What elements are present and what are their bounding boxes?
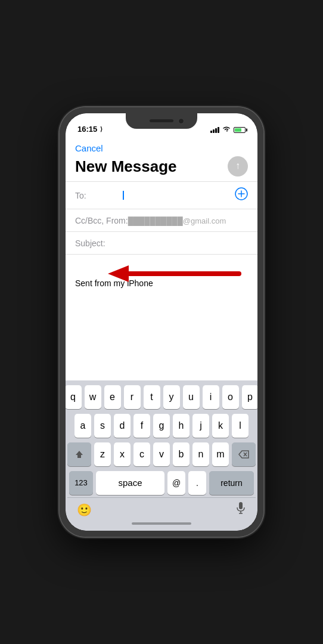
to-field-row: To: bbox=[66, 181, 257, 209]
key-h[interactable]: h bbox=[173, 414, 190, 438]
send-button[interactable]: ↑ bbox=[228, 156, 248, 177]
svg-marker-5 bbox=[76, 451, 83, 458]
cancel-button[interactable]: Cancel bbox=[75, 143, 103, 153]
key-y[interactable]: y bbox=[163, 385, 180, 409]
signal-icon bbox=[210, 127, 219, 133]
delete-key[interactable] bbox=[232, 442, 256, 466]
key-w[interactable]: w bbox=[85, 385, 101, 409]
keyboard-row-1: q w e r t y u i o p bbox=[67, 385, 256, 409]
battery-icon bbox=[234, 127, 246, 133]
key-v[interactable]: v bbox=[153, 442, 170, 466]
key-d[interactable]: d bbox=[114, 414, 131, 438]
key-o[interactable]: o bbox=[222, 385, 239, 409]
status-icons bbox=[210, 126, 246, 134]
key-at[interactable]: @ bbox=[167, 471, 185, 495]
compose-header: Cancel New Message ↑ bbox=[66, 137, 257, 181]
title-row: New Message ↑ bbox=[75, 156, 248, 177]
shift-key[interactable] bbox=[67, 442, 91, 466]
key-u[interactable]: u bbox=[183, 385, 200, 409]
notch bbox=[126, 113, 197, 129]
subject-input[interactable] bbox=[123, 239, 248, 248]
battery-fill bbox=[235, 128, 241, 132]
key-e[interactable]: e bbox=[104, 385, 121, 409]
key-g[interactable]: g bbox=[153, 414, 170, 438]
wifi-icon bbox=[222, 126, 231, 134]
keyboard-toolbar: 🙂 bbox=[67, 497, 256, 520]
key-t[interactable]: t bbox=[144, 385, 160, 409]
key-return[interactable]: return bbox=[209, 471, 254, 495]
key-q[interactable]: q bbox=[66, 385, 82, 409]
key-period[interactable]: . bbox=[188, 471, 206, 495]
cursor bbox=[123, 191, 124, 200]
key-s[interactable]: s bbox=[94, 414, 111, 438]
keyboard-bottom-row: 123 space @ . return bbox=[67, 471, 256, 495]
location-icon: ⟩ bbox=[100, 126, 103, 132]
key-m[interactable]: m bbox=[212, 442, 229, 466]
key-f[interactable]: f bbox=[133, 414, 150, 438]
cc-label: Cc/Bcc, From: bbox=[75, 216, 128, 225]
key-n[interactable]: n bbox=[192, 442, 209, 466]
key-numbers[interactable]: 123 bbox=[69, 471, 93, 495]
key-space[interactable]: space bbox=[96, 471, 164, 495]
speaker bbox=[150, 119, 173, 122]
cc-value: ██████████@gmail.com bbox=[128, 216, 248, 225]
key-k[interactable]: k bbox=[212, 414, 229, 438]
subject-label: Subject: bbox=[75, 239, 123, 248]
keyboard-row-3: z x c v b n m bbox=[67, 442, 256, 466]
key-p[interactable]: p bbox=[242, 385, 258, 409]
cc-field-row[interactable]: Cc/Bcc, From: ██████████@gmail.com bbox=[66, 209, 257, 231]
key-i[interactable]: i bbox=[203, 385, 219, 409]
subject-field-row[interactable]: Subject: bbox=[66, 231, 257, 254]
signature-text: Sent from my iPhone bbox=[75, 278, 248, 288]
keyboard: q w e r t y u i o p a s d f g h j k bbox=[66, 380, 257, 531]
camera bbox=[178, 118, 184, 124]
home-indicator bbox=[132, 522, 191, 525]
key-b[interactable]: b bbox=[173, 442, 190, 466]
keyboard-row-2: a s d f g h j k l bbox=[67, 414, 256, 438]
key-z[interactable]: z bbox=[94, 442, 111, 466]
key-a[interactable]: a bbox=[74, 414, 91, 438]
phone-frame: 16:15 ⟩ bbox=[60, 107, 263, 537]
to-label: To: bbox=[75, 191, 123, 200]
emoji-icon[interactable]: 🙂 bbox=[77, 503, 92, 517]
time-display: 16:15 bbox=[77, 125, 97, 134]
add-contact-icon bbox=[235, 187, 248, 200]
compose-area: Cancel New Message ↑ To: bbox=[66, 137, 257, 380]
key-x[interactable]: x bbox=[114, 442, 131, 466]
phone-screen: 16:15 ⟩ bbox=[66, 113, 257, 531]
compose-body[interactable]: Sent from my iPhone bbox=[66, 254, 257, 380]
key-l[interactable]: l bbox=[232, 414, 249, 438]
microphone-icon[interactable] bbox=[235, 501, 246, 518]
key-r[interactable]: r bbox=[124, 385, 141, 409]
compose-title: New Message bbox=[75, 157, 177, 176]
key-c[interactable]: c bbox=[133, 442, 150, 466]
key-j[interactable]: j bbox=[192, 414, 209, 438]
svg-rect-8 bbox=[239, 502, 243, 509]
add-recipient-button[interactable] bbox=[235, 187, 248, 203]
send-arrow-icon: ↑ bbox=[235, 161, 240, 171]
